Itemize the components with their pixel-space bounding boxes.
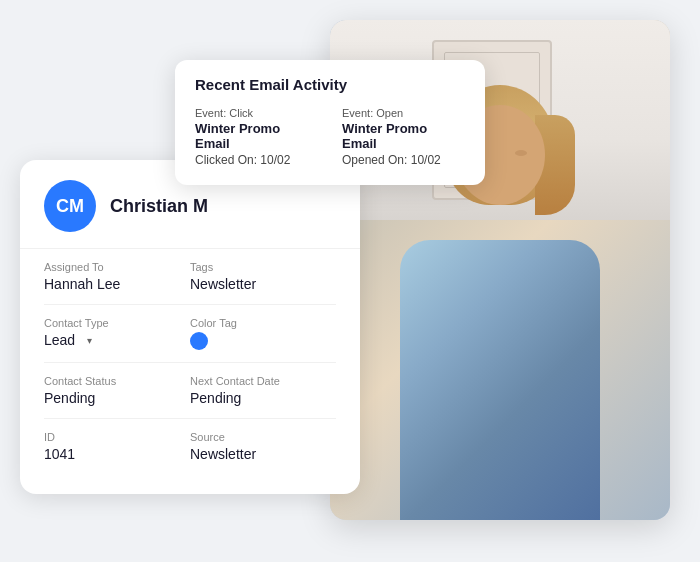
contact-type-col: Contact Type Lead ▾ <box>44 317 190 350</box>
field-row-1: Assigned To Hannah Lee Tags Newsletter <box>44 249 336 305</box>
scene: Recent Email Activity Event: Click Winte… <box>0 0 700 562</box>
popup-title: Recent Email Activity <box>195 76 465 93</box>
field-row-3: Contact Status Pending Next Contact Date… <box>44 363 336 419</box>
event2-date: Opened On: 10/02 <box>342 153 465 167</box>
field-row-4: ID 1041 Source Newsletter <box>44 419 336 474</box>
tags-label: Tags <box>190 261 336 273</box>
contact-status-label: Contact Status <box>44 375 190 387</box>
color-tag-value <box>190 332 336 350</box>
email-events: Event: Click Winter Promo Email Clicked … <box>195 107 465 167</box>
id-label: ID <box>44 431 190 443</box>
contact-type-label: Contact Type <box>44 317 190 329</box>
contact-status-value: Pending <box>44 390 190 406</box>
contact-type-value[interactable]: Lead ▾ <box>44 332 190 348</box>
event-open-col: Event: Open Winter Promo Email Opened On… <box>342 107 465 167</box>
tags-value: Newsletter <box>190 276 336 292</box>
assigned-to-value: Hannah Lee <box>44 276 190 292</box>
tags-col: Tags Newsletter <box>190 261 336 292</box>
avatar: CM <box>44 180 96 232</box>
field-row-2: Contact Type Lead ▾ Color Tag <box>44 305 336 363</box>
next-contact-date-label: Next Contact Date <box>190 375 336 387</box>
contact-card: CM Christian M Assigned To Hannah Lee Ta… <box>20 160 360 494</box>
contact-status-col: Contact Status Pending <box>44 375 190 406</box>
id-col: ID 1041 <box>44 431 190 462</box>
contact-name: Christian M <box>110 196 208 217</box>
source-col: Source Newsletter <box>190 431 336 462</box>
next-contact-date-col: Next Contact Date Pending <box>190 375 336 406</box>
contact-type-dropdown-icon[interactable]: ▾ <box>81 332 97 348</box>
id-value: 1041 <box>44 446 190 462</box>
event2-type: Event: Open <box>342 107 465 119</box>
event2-subject: Winter Promo Email <box>342 121 465 151</box>
source-label: Source <box>190 431 336 443</box>
color-tag-label: Color Tag <box>190 317 336 329</box>
color-tag-dot[interactable] <box>190 332 208 350</box>
assigned-to-label: Assigned To <box>44 261 190 273</box>
next-contact-date-value: Pending <box>190 390 336 406</box>
assigned-to-col: Assigned To Hannah Lee <box>44 261 190 292</box>
source-value: Newsletter <box>190 446 336 462</box>
event1-type: Event: Click <box>195 107 318 119</box>
contact-fields: Assigned To Hannah Lee Tags Newsletter C… <box>20 249 360 474</box>
event1-subject: Winter Promo Email <box>195 121 318 151</box>
event1-date: Clicked On: 10/02 <box>195 153 318 167</box>
event-click-col: Event: Click Winter Promo Email Clicked … <box>195 107 318 167</box>
email-popup: Recent Email Activity Event: Click Winte… <box>175 60 485 185</box>
color-tag-col: Color Tag <box>190 317 336 350</box>
